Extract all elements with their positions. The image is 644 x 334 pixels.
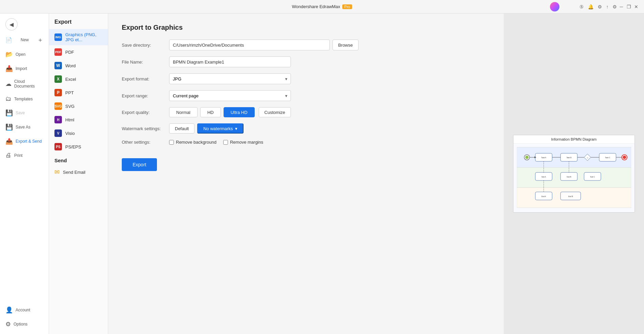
sidebar-item-exportandsend[interactable]: 📤 Export & Send <box>0 134 49 148</box>
export-menu-item-svg[interactable]: SVG SVG <box>49 99 108 113</box>
sidebar-item-print[interactable]: 🖨 Print <box>0 148 49 162</box>
export-quality-label: Export quality: <box>122 110 169 115</box>
export-menu-item-pseps[interactable]: PS PS/EPS <box>49 140 108 153</box>
export-menu-item-graphics[interactable]: IMG Graphics (PNG, JPG et... <box>49 29 108 45</box>
watermark-nowatermarks-button[interactable]: No watermarks ▾ <box>197 123 243 134</box>
svg-text:Task A: Task A <box>541 157 546 159</box>
open-icon: 📂 <box>5 51 13 58</box>
quality-hd-button[interactable]: HD <box>200 107 221 117</box>
export-range-row: Export range: Current page All pages Sel… <box>122 90 490 101</box>
quality-normal-button[interactable]: Normal <box>169 107 198 117</box>
page-title: Export to Graphics <box>122 24 490 31</box>
preview-panel: Information BPMN Diagram Task A <box>504 14 644 334</box>
customize-button[interactable]: Customize <box>259 107 291 117</box>
sidebar-item-saveas[interactable]: 💾 Save As <box>0 120 49 134</box>
sidebar-item-options[interactable]: ⚙ Options <box>0 317 49 331</box>
export-title: Export <box>49 18 108 29</box>
export-menu-item-ppt[interactable]: P PPT <box>49 86 108 99</box>
ppt-icon: P <box>54 89 62 96</box>
svg-text:End B: End B <box>568 196 573 197</box>
export-menu-item-excel[interactable]: X Excel <box>49 72 108 86</box>
export-button[interactable]: Export <box>122 158 157 171</box>
app-title: Wondershare EdrawMax Pro <box>292 4 352 9</box>
svg-icon: SVG <box>54 102 62 110</box>
svg-text:Task C: Task C <box>605 157 610 159</box>
svg-point-5 <box>525 156 528 159</box>
export-format-select[interactable]: JPG PNG BMP TIFF GIF <box>169 73 291 84</box>
title-bar: Wondershare EdrawMax Pro ⑤ 🔔 ⚙ ↑ ⚙ ─ ❐ ✕ <box>0 0 644 14</box>
svg-text:Sub C: Sub C <box>590 176 595 178</box>
help-icon[interactable]: ⑤ <box>579 4 584 9</box>
sidebar-item-new[interactable]: 📄 New ＋ <box>0 32 49 47</box>
share-icon[interactable]: ↑ <box>606 4 608 9</box>
save-directory-control: Browse <box>169 40 359 50</box>
file-name-input[interactable] <box>169 56 291 67</box>
settings-icon[interactable]: ⚙ <box>613 4 617 9</box>
svg-text:End A: End A <box>541 196 546 197</box>
export-menu-item-pdf[interactable]: PDF PDF <box>49 45 108 59</box>
minimize-button[interactable]: ─ <box>619 4 624 9</box>
file-name-control <box>169 56 359 67</box>
remove-background-label[interactable]: Remove background <box>169 140 216 145</box>
remove-margins-label[interactable]: Remove margins <box>223 140 263 145</box>
plus-icon[interactable]: ＋ <box>37 36 43 44</box>
export-range-control: Current page All pages Selected pages <box>169 90 359 101</box>
export-range-label: Export range: <box>122 93 169 98</box>
window-controls: ─ ❐ ✕ <box>619 4 639 9</box>
quality-ultrahd-button[interactable]: Ultra HD <box>224 107 255 117</box>
watermark-default-button[interactable]: Default <box>169 123 194 134</box>
export-format-label: Export format: <box>122 76 169 81</box>
ps-icon: PS <box>54 143 62 150</box>
preview-box: Information BPMN Diagram Task A <box>513 135 635 213</box>
remove-margins-checkbox[interactable] <box>223 140 228 145</box>
sidebar-item-templates[interactable]: 🗂 Templates <box>0 92 49 106</box>
preview-diagram: Task A Task B ✕ Task C Sub A <box>513 144 635 212</box>
html-icon: H <box>54 116 62 123</box>
graphics-icon: IMG <box>54 33 62 41</box>
other-settings-control: Remove background Remove margins <box>169 140 359 145</box>
maximize-button[interactable]: ❐ <box>626 4 631 9</box>
main-content: Export to Graphics Save directory: Brows… <box>108 14 504 334</box>
export-menu-item-visio[interactable]: V Visio <box>49 126 108 140</box>
options-icon: ⚙ <box>5 320 11 328</box>
svg-text:Sub B: Sub B <box>567 176 571 178</box>
send-section-title: Send <box>49 153 108 165</box>
notification-icon[interactable]: 🔔 <box>588 4 594 9</box>
avatar <box>550 2 559 11</box>
saveas-icon: 💾 <box>5 123 13 131</box>
sidebar-item-cloud[interactable]: ☁ Cloud Documents <box>0 76 49 92</box>
sidebar-item-open[interactable]: 📂 Open <box>0 47 49 62</box>
email-icon: ✉ <box>54 168 60 176</box>
account-icon: 👤 <box>5 306 13 314</box>
cloud-icon: ☁ <box>5 80 12 88</box>
tools-icon[interactable]: ⚙ <box>598 4 602 9</box>
export-menu-item-word[interactable]: W Word <box>49 59 108 72</box>
import-icon: 📥 <box>5 65 13 72</box>
sidebar-item-save[interactable]: 💾 Save <box>0 106 49 120</box>
save-directory-input[interactable] <box>169 40 330 50</box>
close-button[interactable]: ✕ <box>634 4 639 9</box>
export-quality-control: Normal HD Ultra HD Customize <box>169 107 359 117</box>
sidebar-export: Export IMG Graphics (PNG, JPG et... PDF … <box>49 14 108 334</box>
excel-icon: X <box>54 75 62 83</box>
print-icon: 🖨 <box>5 152 12 159</box>
remove-background-checkbox[interactable] <box>169 140 174 145</box>
back-button[interactable]: ◀ <box>5 18 18 30</box>
export-range-select[interactable]: Current page All pages Selected pages <box>169 90 291 101</box>
sidebar-item-account[interactable]: 👤 Account <box>0 303 49 317</box>
sidebar-item-import[interactable]: 📥 Import <box>0 62 49 76</box>
send-email-item[interactable]: ✉ Send Email <box>49 165 108 179</box>
file-name-row: File Name: <box>122 56 490 67</box>
export-format-row: Export format: JPG PNG BMP TIFF GIF <box>122 73 490 84</box>
sidebar-narrow: ◀ 📄 New ＋ 📂 Open 📥 Import ☁ Cloud Docume… <box>0 14 49 334</box>
browse-button[interactable]: Browse <box>332 40 359 50</box>
svg-text:Task B: Task B <box>566 157 572 159</box>
dropdown-arrow-icon: ▾ <box>235 126 237 131</box>
preview-title: Information BPMN Diagram <box>513 135 635 144</box>
export-icon: 📤 <box>5 138 13 145</box>
svg-text:Sub A: Sub A <box>541 176 546 178</box>
export-menu-item-html[interactable]: H Html <box>49 113 108 126</box>
new-icon: 📄 <box>5 37 12 43</box>
save-icon: 💾 <box>5 109 13 117</box>
export-format-control: JPG PNG BMP TIFF GIF <box>169 73 359 84</box>
